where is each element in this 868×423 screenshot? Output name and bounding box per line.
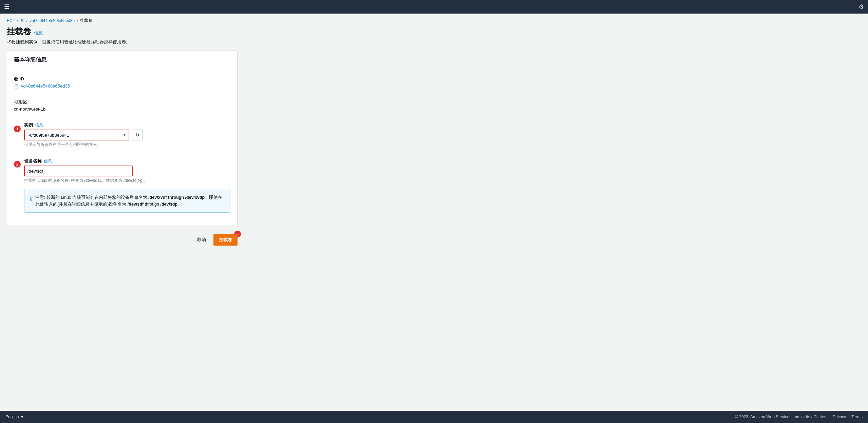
device-name-hint: 推荐的 Linux 的设备名称: 根卷为 /dev/sda1，数据卷为 /dev… <box>24 178 230 184</box>
instance-field-group: 1 实例 信息 i-0fd09f5e78b3e5941 ▼ ↻ <box>14 122 230 148</box>
footer: English ▼ © 2023, Amazon Web Services, I… <box>0 411 868 423</box>
attach-btn-wrapper: 3 挂载卷 <box>213 234 238 246</box>
instance-label-row: 实例 信息 <box>24 122 230 128</box>
volume-id-field: 卷 ID 📋 vol-0e644e5468e65ed35 <box>14 76 230 89</box>
actions-row: 取消 3 挂载卷 <box>7 234 238 246</box>
copy-icon[interactable]: 📋 <box>14 84 19 89</box>
hamburger-icon[interactable]: ☰ <box>4 3 10 11</box>
volume-id-value: 📋 vol-0e644e5468e65ed35 <box>14 83 230 89</box>
breadcrumb: EC2 › 卷 › vol-0e644e5468e65ed35 › 挂载卷 <box>0 14 868 23</box>
page-description: 将卷挂载到实例，就像您使用普通物理硬盘驱动器那样使用卷。 <box>0 38 868 51</box>
instance-select-row: i-0fd09f5e78b3e5941 ▼ ↻ <box>24 130 230 140</box>
page-title-area: 挂载卷 信息 <box>0 23 868 38</box>
device-name-field-group: 2 设备名称 信息 推荐的 Linux 的设备名称: 根卷为 /dev/sda1… <box>14 158 230 213</box>
form-card-body: 卷 ID 📋 vol-0e644e5468e65ed35 可用区 cn-nort… <box>7 69 237 226</box>
terms-link[interactable]: Terms <box>851 415 863 419</box>
info-box: ℹ 注意: 较新的 Linux 内核可能会在内部将您的设备重命名为 /dev/x… <box>24 189 230 213</box>
breadcrumb-ec2[interactable]: EC2 <box>7 18 15 23</box>
footer-copyright: © 2023, Amazon Web Services, Inc. or its… <box>735 415 827 419</box>
availability-zone-value: cn-northwest-1b <box>14 107 230 112</box>
step2-badge: 2 <box>14 161 21 168</box>
refresh-icon: ↻ <box>135 132 139 138</box>
info-icon: ℹ <box>30 194 32 208</box>
breadcrumb-sep-2: › <box>26 18 27 23</box>
instance-info-link[interactable]: 信息 <box>35 122 43 128</box>
attach-button[interactable]: 挂载卷 <box>213 234 238 246</box>
page-title: 挂载卷 <box>7 26 31 37</box>
instance-hint: 仅显示与所选卷在同一个可用区中的实例。 <box>24 142 230 148</box>
breadcrumb-volume-id[interactable]: vol-0e644e5468e65ed35 <box>30 18 75 23</box>
device-name-input[interactable] <box>24 166 133 176</box>
footer-right: © 2023, Amazon Web Services, Inc. or its… <box>735 415 863 419</box>
cancel-button[interactable]: 取消 <box>194 235 209 245</box>
language-arrow-icon: ▼ <box>20 415 24 419</box>
volume-id-link[interactable]: vol-0e644e5468e65ed35 <box>21 83 70 89</box>
breadcrumb-sep-3: › <box>77 18 78 23</box>
device-name-label-row: 设备名称 信息 <box>24 158 230 164</box>
device-info-link[interactable]: 信息 <box>44 158 52 164</box>
main-content: EC2 › 卷 › vol-0e644e5468e65ed35 › 挂载卷 挂载… <box>0 14 868 411</box>
availability-zone-label: 可用区 <box>14 99 230 105</box>
divider-2 <box>14 118 230 118</box>
device-name-label: 设备名称 <box>24 158 42 164</box>
divider-1 <box>14 95 230 95</box>
top-nav: ☰ ⚙ <box>0 0 868 14</box>
breadcrumb-current: 挂载卷 <box>80 18 92 23</box>
page-info-link[interactable]: 信息 <box>34 30 43 36</box>
language-label: English <box>5 415 19 419</box>
availability-zone-field: 可用区 cn-northwest-1b <box>14 99 230 112</box>
settings-icon[interactable]: ⚙ <box>858 3 864 11</box>
form-card: 基本详细信息 卷 ID 📋 vol-0e644e5468e65ed35 可用区 … <box>7 51 238 226</box>
breadcrumb-volumes[interactable]: 卷 <box>20 18 24 23</box>
privacy-link[interactable]: Privacy <box>833 415 846 419</box>
step1-badge: 1 <box>14 126 21 132</box>
form-card-header: 基本详细信息 <box>7 51 237 69</box>
instance-select-wrapper: i-0fd09f5e78b3e5941 ▼ <box>24 130 129 140</box>
volume-id-label: 卷 ID <box>14 76 230 82</box>
refresh-button[interactable]: ↻ <box>132 130 143 140</box>
breadcrumb-sep-1: › <box>17 18 18 23</box>
info-box-text: 注意: 较新的 Linux 内核可能会在内部将您的设备重命名为 /dev/xvd… <box>35 194 225 208</box>
instance-select[interactable]: i-0fd09f5e78b3e5941 <box>24 130 129 140</box>
instance-label: 实例 <box>24 122 33 128</box>
language-selector[interactable]: English ▼ <box>5 415 24 419</box>
divider-3 <box>14 154 230 154</box>
